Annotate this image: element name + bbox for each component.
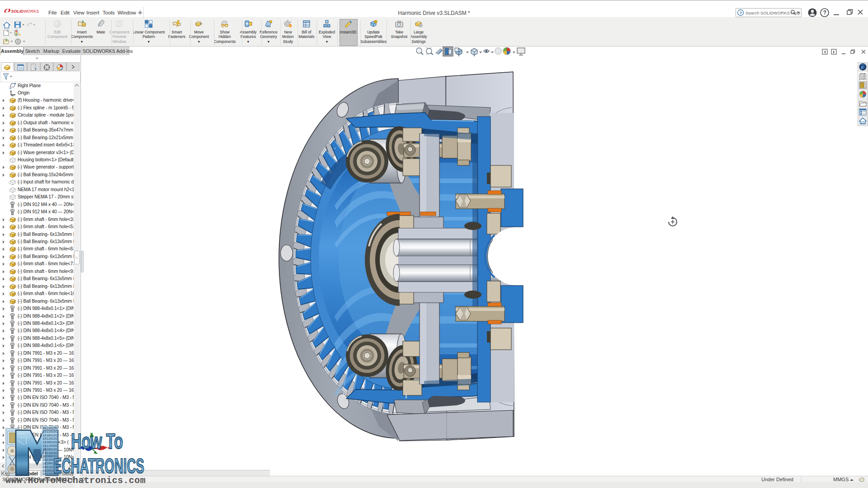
svg-text:∥: ∥ <box>405 394 407 399</box>
svg-text:10110101: 10110101 <box>42 430 58 434</box>
svg-text:10100101: 10100101 <box>42 427 58 430</box>
svg-text:∥•: ∥• <box>343 392 347 398</box>
svg-text:10110101: 10110101 <box>42 437 58 441</box>
svg-text:⌃: ⌃ <box>333 147 337 152</box>
svg-text:10100101: 10100101 <box>42 448 58 451</box>
svg-text:How To: How To <box>71 429 123 453</box>
svg-text:p: p <box>861 65 863 70</box>
svg-text:10100101: 10100101 <box>42 441 58 444</box>
svg-text:10110101: 10110101 <box>42 444 58 448</box>
svg-text:ECHATRONICS: ECHATRONICS <box>53 454 144 478</box>
